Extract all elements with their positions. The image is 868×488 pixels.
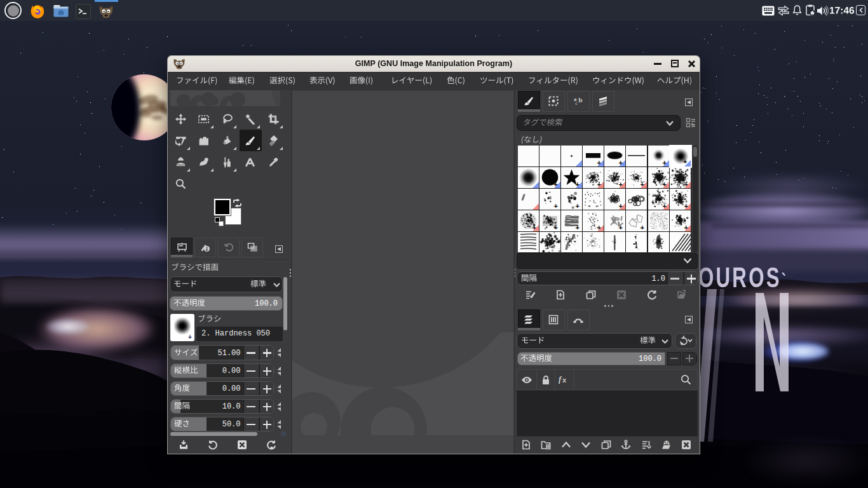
- svg-text:c: c: [576, 100, 578, 106]
- svg-text:b: b: [579, 96, 583, 104]
